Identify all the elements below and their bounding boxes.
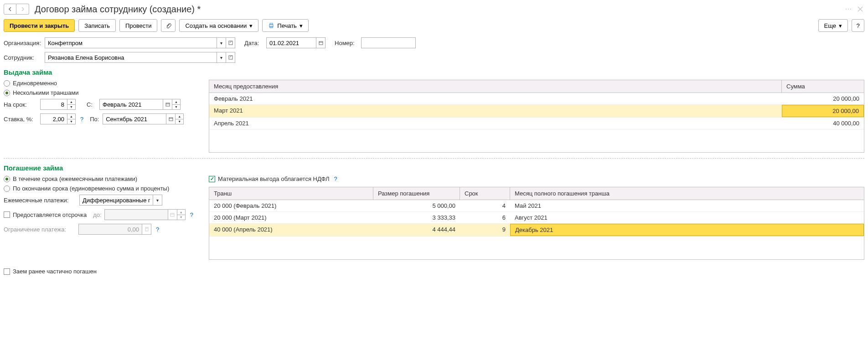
to-calendar[interactable] [166,113,176,124]
rate-help[interactable]: ? [80,116,83,123]
calendar-button[interactable] [316,37,326,48]
option-once[interactable]: Единовременно [4,80,209,87]
svg-rect-4 [270,23,273,25]
svg-point-0 [846,9,847,10]
svg-rect-6 [229,41,232,45]
page-title: Договор займа сотруднику (создание) * [35,4,844,15]
org-dropdown-button[interactable]: ▾ [217,37,226,48]
org-label: Организация: [4,40,41,46]
radio-icon [4,176,10,182]
col-tranche: Транш [209,187,373,200]
divider [4,158,864,159]
checkbox-icon [4,268,10,275]
date-label: Дата: [244,40,263,46]
col-repay-month: Месяц полного погашения транша [510,187,864,200]
col-term: Срок [460,187,510,200]
repay-table: Транш Размер погашения Срок Месяц полног… [209,187,864,260]
col-size: Размер погашения [373,187,460,200]
rate-label: Ставка, %: [4,116,37,123]
employee-label: Сотрудник: [4,54,41,61]
employee-input[interactable] [45,52,217,63]
from-spinner[interactable]: ▲▼ [172,99,181,110]
rate-input[interactable] [40,113,67,124]
radio-icon [4,90,10,96]
option-end[interactable]: По окончании срока (единовременно сумма … [4,185,209,192]
svg-rect-7 [319,41,323,45]
table-row[interactable]: Апрель 202140 000,00 [209,118,864,129]
svg-rect-16 [145,227,148,231]
number-input[interactable] [361,37,416,48]
table-row[interactable]: Февраль 202120 000,00 [209,93,864,105]
create-based-button[interactable]: Создать на основании ▾ [179,19,258,32]
date-input[interactable] [266,37,316,48]
from-input[interactable] [99,99,163,110]
svg-rect-14 [170,213,174,216]
benefit-help[interactable]: ? [334,175,337,182]
help-button[interactable]: ? [852,19,864,32]
monthly-dropdown[interactable]: ▾ [153,195,162,206]
term-label: На срок: [4,101,37,108]
defer-checkbox-row[interactable]: Предоставляется отсрочка [4,211,87,218]
term-input[interactable] [40,99,67,110]
limit-help[interactable]: ? [156,226,159,233]
employee-dropdown-button[interactable]: ▾ [217,52,226,63]
from-calendar[interactable] [163,99,172,110]
col-amount: Сумма [782,80,864,93]
attach-button[interactable] [161,19,176,32]
close-icon[interactable] [856,5,864,13]
post-button[interactable]: Провести [119,19,158,32]
save-button[interactable]: Записать [78,19,116,32]
forward-button[interactable] [16,4,29,15]
svg-point-2 [850,9,851,10]
term-spinner[interactable]: ▲▼ [67,99,76,110]
radio-icon [4,80,10,87]
defer-spinner: ▲▼ [177,209,186,220]
limit-calc [142,224,151,235]
to-label: По: [90,116,100,123]
svg-point-1 [848,9,849,10]
number-label: Номер: [335,40,357,46]
svg-rect-9 [229,56,232,59]
print-button[interactable]: Печать ▾ [262,19,309,32]
radio-icon [4,185,10,192]
checkbox-icon [4,211,10,218]
to-spinner[interactable]: ▲▼ [176,113,184,124]
org-input[interactable] [45,37,217,48]
col-month: Месяц предоставления [209,80,782,93]
table-row[interactable]: 20 000 (Февраль 2021)5 000,004Май 2021 [209,200,864,212]
svg-rect-10 [166,103,170,106]
option-during[interactable]: В течение срока (ежемесячными платежами) [4,175,209,182]
checkbox-icon [209,176,215,182]
limit-input [78,224,142,235]
from-label: С: [87,101,97,108]
defer-to-label: до: [93,211,101,218]
monthly-input[interactable] [79,195,153,206]
org-open-button[interactable] [226,37,235,48]
post-close-button[interactable]: Провести и закрыть [4,19,75,32]
option-tranches[interactable]: Несколькими траншами [4,89,209,96]
svg-rect-12 [169,118,173,121]
defer-help[interactable]: ? [190,211,193,218]
limit-label: Ограничение платежа: [4,226,76,233]
back-button[interactable] [4,4,16,15]
chevron-down-icon: ▾ [249,22,253,29]
defer-calendar [168,209,177,220]
table-row[interactable]: 40 000 (Апрель 2021)4 444,449Декабрь 202… [209,224,864,237]
loan-issue-title: Выдача займа [4,68,864,76]
rate-spinner[interactable]: ▲▼ [67,113,76,124]
loan-repay-title: Погашение займа [4,164,864,172]
benefit-checkbox-row[interactable]: Материальная выгода облагается НДФЛ ? [209,175,864,182]
issue-table: Месяц предоставления Сумма Февраль 20212… [209,80,864,153]
more-button[interactable]: Еще ▾ [818,19,848,32]
defer-input [104,209,168,220]
menu-icon[interactable] [844,5,852,13]
to-input[interactable] [103,113,166,124]
employee-open-button[interactable] [226,52,235,63]
table-row[interactable]: Март 202120 000,00 [209,105,864,118]
table-row[interactable]: 20 000 (Март 2021)3 333,336Август 2021 [209,212,864,224]
monthly-label: Ежемесячные платежи: [4,197,77,204]
partially-repaid-row[interactable]: Заем ранее частично погашен [4,268,864,275]
